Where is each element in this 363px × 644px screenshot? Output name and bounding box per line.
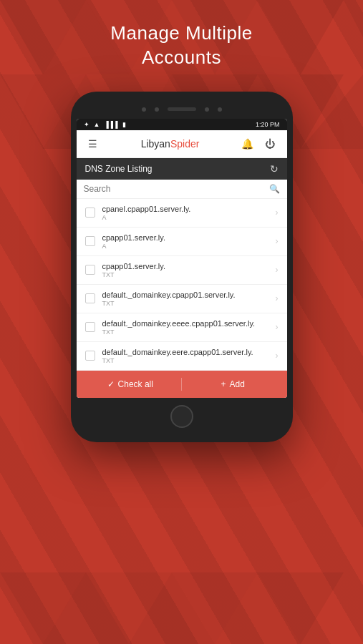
title-area: Manage Multiple Accounts (96, 0, 266, 84)
dns-info: cpanel.cpapp01.server.ly. A (102, 205, 268, 221)
check-all-button[interactable]: ✓ Check all (85, 379, 176, 389)
dns-type: TXT (102, 271, 268, 278)
search-icon: 🔍 (269, 184, 280, 194)
notification-bell-icon[interactable]: 🔔 (239, 136, 255, 152)
dns-name: default._domainkey.cpapp01.server.ly. (102, 291, 268, 299)
section-title: DNS Zone Listing (85, 164, 153, 174)
bluetooth-icon: ✦ (84, 121, 89, 128)
add-button[interactable]: + Add (188, 379, 279, 389)
chevron-right-icon: › (276, 322, 279, 332)
dns-list-item[interactable]: default._domainkey.eeee.cpapp01.server.l… (77, 313, 287, 342)
dns-list-item[interactable]: default._domainkey.eere.cpapp01.server.l… (77, 342, 287, 371)
sensor-dot (142, 107, 146, 112)
dns-zone-list: cpanel.cpapp01.server.ly. A › cpapp01.se… (77, 199, 287, 371)
chevron-right-icon: › (276, 208, 279, 218)
chevron-right-icon: › (276, 236, 279, 246)
search-input[interactable] (84, 184, 265, 194)
status-time: 1:20 PM (256, 121, 280, 128)
item-checkbox[interactable] (85, 322, 95, 332)
item-checkbox[interactable] (85, 208, 95, 218)
speaker-grille (168, 107, 196, 111)
dns-name: cpanel.cpapp01.server.ly. (102, 205, 268, 213)
page-title: Manage Multiple Accounts (110, 21, 252, 70)
add-icon: + (221, 379, 226, 389)
signal-bars: ▐▐▐ (104, 121, 117, 128)
status-left: ✦ ▲ ▐▐▐ ▮ (84, 121, 126, 128)
dns-info: default._domainkey.eere.cpapp01.server.l… (102, 348, 268, 364)
search-bar: 🔍 (77, 180, 287, 199)
home-button[interactable] (170, 405, 193, 428)
svg-marker-7 (344, 0, 363, 37)
app-header: ☰ LibyanSpider 🔔 ⏻ (77, 130, 287, 158)
dns-type: TXT (102, 300, 268, 307)
item-checkbox[interactable] (85, 236, 95, 246)
chevron-right-icon: › (276, 265, 279, 275)
phone-top-bar (77, 103, 287, 116)
item-checkbox[interactable] (85, 265, 95, 275)
dns-name: cpapp01.server.ly. (102, 262, 268, 270)
dns-type: TXT (102, 357, 268, 364)
phone-mockup: ✦ ▲ ▐▐▐ ▮ 1:20 PM ☰ LibyanSpider 🔔 ⏻ (71, 92, 293, 442)
bottom-divider (181, 378, 182, 391)
wifi-icon: ▲ (94, 121, 100, 128)
dns-list-item[interactable]: cpanel.cpapp01.server.ly. A › (77, 199, 287, 228)
check-all-icon: ✓ (107, 379, 115, 389)
item-checkbox[interactable] (85, 351, 95, 361)
power-icon[interactable]: ⏻ (262, 136, 278, 152)
dns-type: A (102, 214, 268, 221)
add-label: Add (230, 379, 245, 389)
camera-dot (155, 107, 159, 112)
item-checkbox[interactable] (85, 293, 95, 303)
menu-button[interactable]: ☰ (85, 136, 101, 152)
check-all-label: Check all (118, 379, 153, 389)
sensor-dot-3 (218, 107, 222, 112)
refresh-icon[interactable]: ↻ (270, 163, 279, 175)
chevron-right-icon: › (276, 351, 279, 361)
app-title: LibyanSpider (141, 138, 200, 150)
dns-type: A (102, 243, 268, 250)
dns-info: cpapp01.server.ly. TXT (102, 262, 268, 278)
dns-info: default._domainkey.cpapp01.server.ly. TX… (102, 291, 268, 307)
dns-info: cpapp01.server.ly. A (102, 233, 268, 250)
sensor-dot-2 (205, 107, 209, 112)
chevron-right-icon: › (276, 293, 279, 303)
dns-list-item[interactable]: default._domainkey.cpapp01.server.ly. TX… (77, 285, 287, 313)
dns-name: cpapp01.server.ly. (102, 233, 268, 242)
dns-name: default._domainkey.eeee.cpapp01.server.l… (102, 319, 268, 328)
dns-list-item[interactable]: cpapp01.server.ly. A › (77, 228, 287, 256)
battery-icon: ▮ (122, 121, 126, 128)
bottom-action-bar: ✓ Check all + Add (77, 371, 287, 398)
dns-type: TXT (102, 328, 268, 336)
header-icons: 🔔 ⏻ (239, 136, 278, 152)
dns-list-item[interactable]: cpapp01.server.ly. TXT › (77, 256, 287, 285)
phone-bottom-area (77, 398, 287, 428)
section-header: DNS Zone Listing ↻ (77, 158, 287, 180)
dns-name: default._domainkey.eere.cpapp01.server.l… (102, 348, 268, 356)
status-bar: ✦ ▲ ▐▐▐ ▮ 1:20 PM (77, 119, 287, 130)
dns-info: default._domainkey.eeee.cpapp01.server.l… (102, 319, 268, 336)
phone-screen: ✦ ▲ ▐▐▐ ▮ 1:20 PM ☰ LibyanSpider 🔔 ⏻ (77, 119, 287, 398)
